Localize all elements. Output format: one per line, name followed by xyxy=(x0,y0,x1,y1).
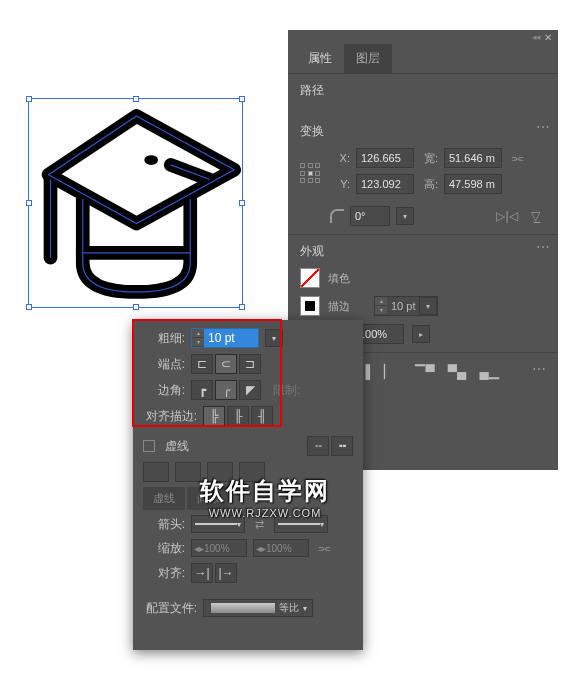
weight-value[interactable]: 10 pt xyxy=(387,300,419,312)
corner-miter-icon[interactable]: ┏ xyxy=(191,380,213,400)
panel-close-icon[interactable]: ✕ xyxy=(544,32,552,43)
graduation-cap-icon[interactable] xyxy=(29,99,244,309)
link-wh-icon[interactable]: ⫘ xyxy=(510,150,524,166)
align-bottom-icon[interactable]: ▄▁ xyxy=(478,361,500,381)
reference-point-grid[interactable] xyxy=(300,163,322,185)
arrow-end-scale[interactable]: ◂▸100% xyxy=(253,539,309,557)
stroke-swatch[interactable] xyxy=(300,296,320,316)
align-center-v-icon[interactable]: ▀▄ xyxy=(446,361,468,381)
swap-arrows-icon[interactable]: ⇄ xyxy=(251,518,268,531)
corner-round-icon[interactable]: ╭ xyxy=(215,380,237,400)
cap-projecting-icon[interactable]: ⊐ xyxy=(239,354,261,374)
link-scale-icon[interactable]: ⫘ xyxy=(317,540,331,556)
align-stroke-label: 对齐描边: xyxy=(143,408,197,425)
arrow-align-tip-icon[interactable]: |→ xyxy=(215,563,237,583)
stroke-weight-field[interactable]: ▴▾ 10 pt xyxy=(191,328,259,348)
width-field[interactable] xyxy=(444,148,502,168)
scale-label: 缩放: xyxy=(143,540,185,557)
cap-label: 端点: xyxy=(143,356,185,373)
x-label: X: xyxy=(332,152,350,164)
align-stroke-outside-icon[interactable]: ╢ xyxy=(251,406,273,426)
align-stroke-inside-icon[interactable]: ╟ xyxy=(227,406,249,426)
watermark-url: WWW.RJZXW.COM xyxy=(200,507,330,519)
h-label: 高: xyxy=(420,177,438,192)
y-label: Y: xyxy=(332,178,350,190)
angle-dropdown[interactable]: ▾ xyxy=(396,207,414,225)
stroke-label: 描边 xyxy=(328,299,350,314)
arrow-label: 箭头: xyxy=(143,516,185,533)
corner-label: 边角: xyxy=(143,382,185,399)
dash-label: 虚线 xyxy=(165,438,189,455)
dash-tab[interactable]: 虚线 xyxy=(143,487,185,510)
weight-stepper[interactable]: ▴▾ xyxy=(375,297,387,315)
flip-vertical-icon[interactable]: ▽̲ xyxy=(524,207,546,225)
dash-align-icon[interactable]: ╍ xyxy=(331,436,353,456)
tab-layers[interactable]: 图层 xyxy=(344,44,392,73)
appearance-more-icon[interactable]: ⋯ xyxy=(536,239,550,255)
arrow-align-label: 对齐: xyxy=(143,565,185,582)
align-stroke-center-icon[interactable]: ╠ xyxy=(203,406,225,426)
transform-more-icon[interactable]: ⋯ xyxy=(536,119,550,135)
profile-select[interactable]: 等比 ▾ xyxy=(203,599,313,617)
cap-round-icon[interactable]: ⊂ xyxy=(215,354,237,374)
panel-grip-icon[interactable]: ◂◂ xyxy=(532,32,540,42)
w-label: 宽: xyxy=(420,151,438,166)
svg-point-2 xyxy=(144,155,158,165)
appearance-title: 外观 xyxy=(300,243,546,260)
selection-bounds xyxy=(28,98,243,308)
gap1-field[interactable] xyxy=(175,462,201,482)
flip-horizontal-icon[interactable]: ▷|◁ xyxy=(496,207,518,225)
x-field[interactable] xyxy=(356,148,414,168)
arrow-start-scale[interactable]: ◂▸100% xyxy=(191,539,247,557)
watermark: 软件自学网 WWW.RJZXW.COM xyxy=(200,475,330,519)
align-right-icon[interactable]: ▌▕ xyxy=(364,361,386,381)
profile-label: 配置文件: xyxy=(143,600,197,617)
angle-field[interactable] xyxy=(350,206,390,226)
angle-icon xyxy=(330,209,344,223)
dash1-field[interactable] xyxy=(143,462,169,482)
dash-preserve-icon[interactable]: ╌ xyxy=(307,436,329,456)
weight-label: 粗细: xyxy=(143,330,185,347)
corner-bevel-icon[interactable]: ◤ xyxy=(239,380,261,400)
stroke-weight-dropdown[interactable]: ▾ xyxy=(265,329,283,347)
watermark-title: 软件自学网 xyxy=(200,475,330,507)
profile-bar-icon xyxy=(211,603,275,613)
cap-butt-icon[interactable]: ⊏ xyxy=(191,354,213,374)
fill-label: 填色 xyxy=(328,271,350,286)
weight-dropdown[interactable]: ▾ xyxy=(419,297,437,315)
path-label: 路径 xyxy=(300,82,546,99)
canvas-area[interactable] xyxy=(8,90,268,330)
y-field[interactable] xyxy=(356,174,414,194)
dash-checkbox[interactable] xyxy=(143,440,155,452)
fill-swatch[interactable] xyxy=(300,268,320,288)
align-more-icon[interactable]: ⋯ xyxy=(532,361,546,381)
limit-label: 限制: xyxy=(273,382,300,399)
tab-properties[interactable]: 属性 xyxy=(296,44,344,73)
arrow-align-extend-icon[interactable]: →| xyxy=(191,563,213,583)
align-top-icon[interactable]: ▔▀ xyxy=(414,361,436,381)
height-field[interactable] xyxy=(444,174,502,194)
opacity-dropdown[interactable]: ▸ xyxy=(412,325,430,343)
transform-title: 变换 xyxy=(300,123,546,140)
